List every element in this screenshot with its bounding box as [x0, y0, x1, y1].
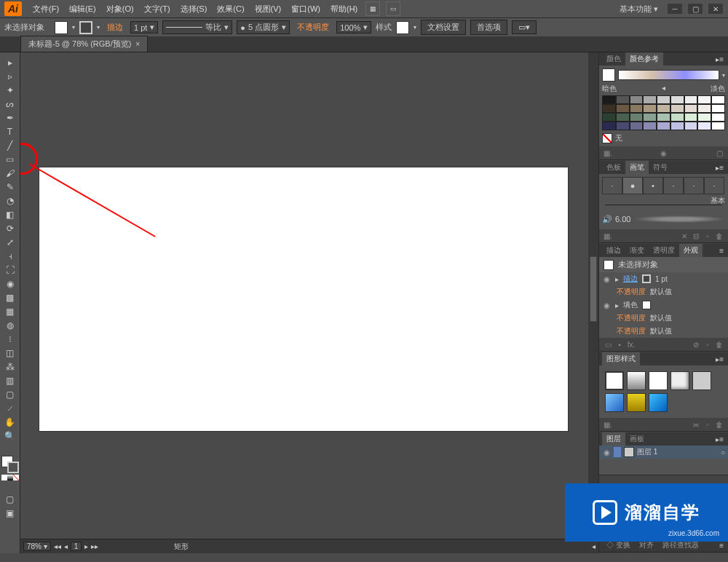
duplicate-icon[interactable]: ▫: [702, 339, 713, 349]
symbol-sprayer-tool[interactable]: ⁂: [2, 360, 18, 373]
panel-menu-icon[interactable]: ▸≡: [711, 435, 728, 443]
artboard-back-icon[interactable]: ◂: [64, 542, 68, 550]
eyedropper-tool[interactable]: ⁝: [2, 332, 18, 346]
artboards-tab[interactable]: 画板: [625, 432, 649, 446]
canvas-viewport[interactable]: [20, 52, 598, 539]
brush-preview[interactable]: [633, 215, 725, 223]
opacity-value[interactable]: 100% ▾: [336, 21, 371, 33]
transparency-tab[interactable]: 透明度: [649, 244, 679, 257]
fill-swatch[interactable]: [55, 21, 68, 34]
color-mode-row[interactable]: [1, 475, 19, 482]
add-effect-icon[interactable]: fx.: [625, 339, 637, 349]
brush-basic-row[interactable]: 基本: [602, 199, 725, 210]
fill-stroke-control[interactable]: [1, 456, 19, 473]
appearance-fill-row[interactable]: ◉ ▸ 填色: [599, 298, 728, 312]
minimize-button[interactable]: ─: [667, 3, 683, 15]
menu-effect[interactable]: 效果(C): [212, 4, 249, 15]
stroke-weight[interactable]: 1 pt ▾: [130, 21, 158, 33]
opacity-label[interactable]: 不透明度: [294, 22, 332, 33]
swatches-tab[interactable]: 色板: [602, 161, 625, 174]
stroke-label[interactable]: 描边: [104, 22, 126, 33]
menu-help[interactable]: 帮助(H): [325, 4, 363, 15]
color-lib-icon[interactable]: ▦.: [602, 148, 614, 158]
artboard[interactable]: [39, 167, 568, 431]
appearance-fill-opacity[interactable]: 不透明度 默认值: [599, 312, 728, 325]
clear-icon[interactable]: ⊘: [690, 339, 702, 349]
new-style-icon[interactable]: ▫: [702, 419, 713, 430]
artboard-prev-icon[interactable]: ◂◂: [54, 542, 61, 550]
rotate-tool[interactable]: ⟳: [2, 221, 18, 235]
layer-name[interactable]: 图层 1: [637, 447, 657, 457]
styles-grid[interactable]: [602, 368, 725, 415]
menu-file[interactable]: 文件(F): [28, 4, 64, 15]
appearance-tab[interactable]: 外观: [679, 244, 703, 257]
artboard-next-icon[interactable]: ▸: [84, 542, 88, 550]
base-color-swatch[interactable]: [602, 68, 615, 82]
graph-tool[interactable]: ▥: [2, 373, 18, 387]
slice-tool[interactable]: ⟋: [2, 401, 18, 415]
workspace-switcher[interactable]: 基本功能 ▾: [615, 4, 662, 15]
stroke-color[interactable]: [7, 462, 19, 473]
styles-lib-icon[interactable]: ▦.: [602, 419, 614, 430]
magic-wand-tool[interactable]: ✦: [2, 83, 18, 97]
hand-tool[interactable]: ✋: [2, 415, 18, 429]
blend-tool[interactable]: ◫: [2, 346, 18, 360]
brushes-tab[interactable]: 画笔: [625, 161, 649, 174]
edit-colors-icon[interactable]: ◉: [658, 148, 670, 158]
line-tool[interactable]: ╱: [2, 138, 18, 152]
artboard-last-icon[interactable]: ▸▸: [91, 542, 98, 550]
color-guide-tab[interactable]: 颜色参考: [625, 52, 663, 66]
remove-stroke-icon[interactable]: ✕: [678, 231, 690, 241]
new-brush-icon[interactable]: ▫: [702, 231, 713, 241]
document-tab[interactable]: 未标题-5 @ 78% (RGB/预览) ×: [20, 36, 148, 52]
visibility-icon[interactable]: ◉: [602, 448, 611, 456]
zoom-level[interactable]: 78% ▾: [23, 542, 51, 551]
save-group-icon[interactable]: ▢: [713, 148, 725, 158]
break-link-icon[interactable]: ⫘: [690, 419, 702, 430]
free-transform-tool[interactable]: ⛶: [2, 263, 18, 277]
rectangle-tool[interactable]: ▭: [2, 152, 18, 166]
style-swatch[interactable]: [396, 21, 409, 34]
paintbrush-tool[interactable]: 🖌: [2, 166, 18, 180]
hscroll-left-icon[interactable]: ◂: [592, 542, 596, 550]
visibility-icon[interactable]: ◉: [602, 301, 611, 309]
panel-menu-icon[interactable]: ▸≡: [711, 55, 728, 63]
none-icon[interactable]: [602, 133, 612, 143]
appearance-stroke-opacity[interactable]: 不透明度 默认值: [599, 285, 728, 298]
layers-tab[interactable]: 图层: [602, 432, 625, 446]
zoom-tool[interactable]: 🔍: [2, 429, 18, 443]
visibility-icon[interactable]: ◉: [602, 274, 611, 283]
scale-tool[interactable]: ⤢: [2, 235, 18, 249]
vertical-scrollbar[interactable]: [588, 52, 598, 527]
menu-object[interactable]: 对象(O): [101, 4, 139, 15]
mesh-tool[interactable]: ▦: [2, 304, 18, 318]
brush-def[interactable]: ● 5 点圆形 ▾: [237, 20, 290, 34]
panel-menu-icon[interactable]: ▸≡: [711, 164, 728, 172]
stroke-profile[interactable]: 等比 ▾: [162, 20, 232, 34]
pencil-tool[interactable]: ✎: [2, 180, 18, 194]
direct-selection-tool[interactable]: ▹: [2, 69, 18, 83]
menu-window[interactable]: 窗口(W): [286, 4, 325, 15]
symbols-tab[interactable]: 符号: [649, 161, 672, 174]
stroke-tab[interactable]: 描边: [602, 244, 625, 257]
doc-setup-button[interactable]: 文档设置: [421, 20, 466, 35]
appearance-default-opacity[interactable]: 不透明度 默认值: [599, 325, 728, 338]
screen-mode-normal[interactable]: ▢: [2, 492, 18, 506]
appearance-stroke-row[interactable]: ◉ ▸ 描边 1 pt: [599, 272, 728, 285]
color-tab[interactable]: 颜色: [602, 52, 625, 66]
brush-lib-icon[interactable]: ▦.: [602, 231, 614, 241]
pen-tool[interactable]: ✒: [2, 111, 18, 124]
shape-builder-tool[interactable]: ◉: [2, 277, 18, 290]
menu-type[interactable]: 文字(T): [139, 4, 175, 15]
panel-menu-icon[interactable]: ≡: [715, 542, 728, 550]
maximize-button[interactable]: ▢: [687, 3, 703, 15]
layout-icon[interactable]: ▦: [365, 1, 380, 16]
delete-style-icon[interactable]: 🗑: [713, 419, 725, 430]
harmony-menu-icon[interactable]: ▾: [722, 72, 725, 79]
menu-edit[interactable]: 编辑(E): [64, 4, 101, 15]
arrange-icon[interactable]: ▭: [386, 1, 400, 16]
artboard-tool[interactable]: ▢: [2, 387, 18, 401]
prefs-button[interactable]: 首选项: [470, 20, 507, 35]
blob-brush-tool[interactable]: ◔: [2, 194, 18, 207]
brush-options-icon[interactable]: ⊟: [690, 231, 702, 241]
